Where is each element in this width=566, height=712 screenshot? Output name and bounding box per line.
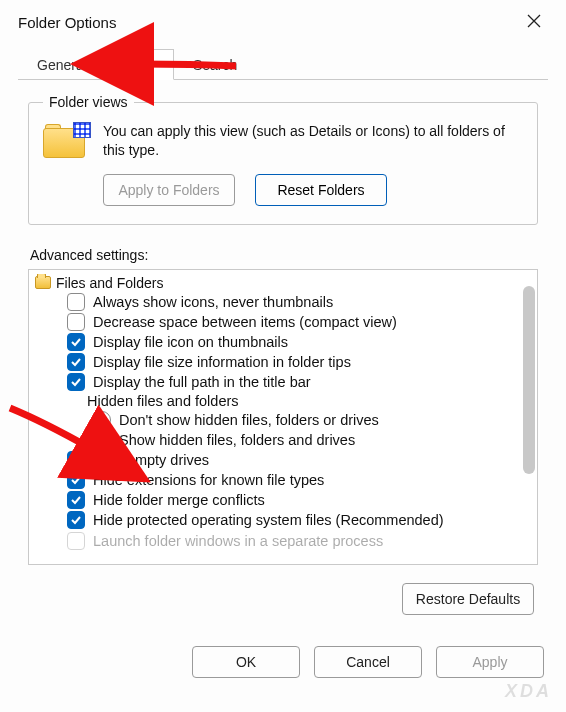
tree-item-label: Hide folder merge conflicts xyxy=(93,492,265,508)
tree-item-label: Hide protected operating system files (R… xyxy=(93,512,444,528)
tab-view[interactable]: View xyxy=(106,49,174,80)
tree-item[interactable]: Don't show hidden files, folders or driv… xyxy=(35,410,531,430)
advanced-settings-label: Advanced settings: xyxy=(30,247,536,263)
tree-item-label: Decrease space between items (compact vi… xyxy=(93,314,397,330)
tree-group-hidden-files: Hidden files and folders xyxy=(35,392,531,410)
tree-item-label: Hidden files and folders xyxy=(87,393,239,409)
checkbox-icon[interactable] xyxy=(67,491,85,509)
apply-to-folders-button[interactable]: Apply to Folders xyxy=(103,174,235,206)
tree-item-label: Always show icons, never thumbnails xyxy=(93,294,333,310)
tree-root: Files and Folders xyxy=(35,274,531,292)
checkbox-icon[interactable] xyxy=(67,373,85,391)
tree-item[interactable]: Display the full path in the title bar xyxy=(35,372,531,392)
tree-item-label: Display file icon on thumbnails xyxy=(93,334,288,350)
window-title: Folder Options xyxy=(18,14,116,31)
folder-views-legend: Folder views xyxy=(43,94,134,110)
title-bar: Folder Options xyxy=(0,0,566,38)
tab-strip: General View Search xyxy=(18,48,548,80)
ok-button[interactable]: OK xyxy=(192,646,300,678)
tree-item-label: Launch folder windows in a separate proc… xyxy=(93,533,383,549)
tree-item[interactable]: Hide extensions for known file types xyxy=(35,470,531,490)
tab-search[interactable]: Search xyxy=(174,49,256,80)
folder-icon xyxy=(43,122,87,160)
close-button[interactable] xyxy=(512,7,556,37)
tree-root-label: Files and Folders xyxy=(56,275,163,291)
checkbox-icon[interactable] xyxy=(67,353,85,371)
reset-folders-button[interactable]: Reset Folders xyxy=(255,174,387,206)
cancel-button[interactable]: Cancel xyxy=(314,646,422,678)
dialog-footer: OK Cancel Apply xyxy=(0,631,566,692)
scrollbar[interactable] xyxy=(523,276,535,560)
checkbox-icon[interactable] xyxy=(67,293,85,311)
tab-general[interactable]: General xyxy=(18,49,106,80)
radio-icon[interactable] xyxy=(93,411,111,429)
tree-item[interactable]: Decrease space between items (compact vi… xyxy=(35,312,531,332)
tree-item[interactable]: Hide folder merge conflicts xyxy=(35,490,531,510)
tree-item-label: Hide extensions for known file types xyxy=(93,472,324,488)
tree-item[interactable]: Hide empty drives xyxy=(35,450,531,470)
restore-defaults-button[interactable]: Restore Defaults xyxy=(402,583,534,615)
checkbox-icon[interactable] xyxy=(67,532,85,550)
tree-item[interactable]: Show hidden files, folders and drives xyxy=(35,430,531,450)
close-icon xyxy=(527,14,541,31)
scrollbar-thumb[interactable] xyxy=(523,286,535,474)
folder-views-group: Folder views You can apply this view (su… xyxy=(28,94,538,225)
checkbox-icon[interactable] xyxy=(67,511,85,529)
tree-item[interactable]: Display file size information in folder … xyxy=(35,352,531,372)
advanced-settings-tree[interactable]: Files and Folders Always show icons, nev… xyxy=(28,269,538,565)
tree-item-label: Display the full path in the title bar xyxy=(93,374,311,390)
tree-item-label: Hide empty drives xyxy=(93,452,209,468)
apply-button[interactable]: Apply xyxy=(436,646,544,678)
checkbox-icon[interactable] xyxy=(67,313,85,331)
tree-item[interactable]: Always show icons, never thumbnails xyxy=(35,292,531,312)
tree-item[interactable]: Display file icon on thumbnails xyxy=(35,332,531,352)
tree-item-label: Display file size information in folder … xyxy=(93,354,351,370)
tree-item-label: Don't show hidden files, folders or driv… xyxy=(119,412,379,428)
checkbox-icon[interactable] xyxy=(67,333,85,351)
checkbox-icon[interactable] xyxy=(67,471,85,489)
radio-icon[interactable] xyxy=(93,431,111,449)
tree-item-label: Show hidden files, folders and drives xyxy=(119,432,355,448)
tree-item[interactable]: Hide protected operating system files (R… xyxy=(35,510,531,530)
folder-views-description: You can apply this view (such as Details… xyxy=(103,122,523,160)
folder-icon xyxy=(35,276,51,289)
checkbox-icon[interactable] xyxy=(67,451,85,469)
tree-item[interactable]: Launch folder windows in a separate proc… xyxy=(35,531,531,551)
tab-panel-view: Folder views You can apply this view (su… xyxy=(18,80,548,631)
